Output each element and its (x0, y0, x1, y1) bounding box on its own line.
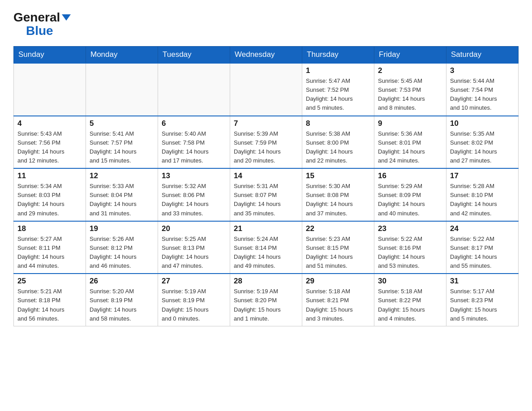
day-number: 24 (450, 224, 515, 233)
day-info: Sunrise: 5:35 AMSunset: 8:02 PMDaylight:… (450, 129, 515, 166)
calendar-header-row: SundayMondayTuesdayWednesdayThursdayFrid… (14, 47, 519, 64)
day-number: 6 (162, 119, 226, 128)
calendar-day-cell: 5Sunrise: 5:41 AMSunset: 7:57 PMDaylight… (86, 116, 158, 169)
calendar-week-row: 11Sunrise: 5:34 AMSunset: 8:03 PMDayligh… (14, 168, 519, 221)
calendar-week-row: 1Sunrise: 5:47 AMSunset: 7:52 PMDaylight… (14, 63, 519, 116)
day-number: 17 (450, 171, 515, 180)
calendar-day-cell: 2Sunrise: 5:45 AMSunset: 7:53 PMDaylight… (374, 63, 446, 116)
day-number: 7 (234, 119, 298, 128)
day-number: 31 (450, 277, 515, 286)
day-info: Sunrise: 5:30 AMSunset: 8:08 PMDaylight:… (306, 182, 370, 218)
calendar-day-cell: 29Sunrise: 5:18 AMSunset: 8:21 PMDayligh… (302, 274, 374, 326)
day-of-week-header: Sunday (14, 47, 86, 64)
day-info: Sunrise: 5:43 AMSunset: 7:56 PMDaylight:… (17, 129, 82, 166)
calendar-day-cell: 12Sunrise: 5:33 AMSunset: 8:04 PMDayligh… (86, 168, 158, 221)
calendar-table: SundayMondayTuesdayWednesdayThursdayFrid… (13, 46, 519, 326)
day-info: Sunrise: 5:28 AMSunset: 8:10 PMDaylight:… (450, 182, 515, 218)
day-of-week-header: Saturday (446, 47, 519, 64)
calendar-day-cell: 15Sunrise: 5:30 AMSunset: 8:08 PMDayligh… (302, 168, 374, 221)
day-number: 4 (17, 119, 82, 128)
day-info: Sunrise: 5:39 AMSunset: 7:59 PMDaylight:… (234, 129, 298, 166)
day-number: 8 (306, 119, 370, 128)
day-number: 13 (162, 171, 226, 180)
calendar-day-cell (158, 63, 230, 116)
day-number: 18 (17, 224, 82, 233)
day-of-week-header: Thursday (302, 47, 374, 64)
logo-general: General (13, 11, 60, 24)
calendar-day-cell: 17Sunrise: 5:28 AMSunset: 8:10 PMDayligh… (446, 168, 519, 221)
day-info: Sunrise: 5:34 AMSunset: 8:03 PMDaylight:… (17, 182, 82, 218)
day-info: Sunrise: 5:47 AMSunset: 7:52 PMDaylight:… (306, 77, 370, 113)
day-info: Sunrise: 5:18 AMSunset: 8:22 PMDaylight:… (378, 287, 442, 323)
day-info: Sunrise: 5:25 AMSunset: 8:13 PMDaylight:… (162, 235, 226, 271)
day-number: 28 (234, 277, 298, 286)
calendar-day-cell: 11Sunrise: 5:34 AMSunset: 8:03 PMDayligh… (14, 168, 86, 221)
day-number: 15 (306, 171, 370, 180)
calendar-day-cell (230, 63, 302, 116)
day-info: Sunrise: 5:18 AMSunset: 8:21 PMDaylight:… (306, 287, 370, 323)
calendar-day-cell (86, 63, 158, 116)
calendar-day-cell (14, 63, 86, 116)
day-number: 23 (378, 224, 442, 233)
calendar-day-cell: 1Sunrise: 5:47 AMSunset: 7:52 PMDaylight… (302, 63, 374, 116)
day-info: Sunrise: 5:27 AMSunset: 8:11 PMDaylight:… (17, 235, 82, 271)
day-of-week-header: Wednesday (230, 47, 302, 64)
calendar-day-cell: 23Sunrise: 5:22 AMSunset: 8:16 PMDayligh… (374, 221, 446, 274)
day-number: 10 (450, 119, 515, 128)
day-info: Sunrise: 5:19 AMSunset: 8:20 PMDaylight:… (234, 287, 298, 323)
day-info: Sunrise: 5:22 AMSunset: 8:16 PMDaylight:… (378, 235, 442, 271)
day-number: 14 (234, 171, 298, 180)
day-info: Sunrise: 5:36 AMSunset: 8:01 PMDaylight:… (378, 129, 442, 166)
calendar-week-row: 4Sunrise: 5:43 AMSunset: 7:56 PMDaylight… (14, 116, 519, 169)
day-info: Sunrise: 5:33 AMSunset: 8:04 PMDaylight:… (90, 182, 154, 218)
day-info: Sunrise: 5:22 AMSunset: 8:17 PMDaylight:… (450, 235, 515, 271)
day-info: Sunrise: 5:41 AMSunset: 7:57 PMDaylight:… (90, 129, 154, 166)
logo: General Blue (13, 9, 71, 38)
logo-arrow-icon (62, 14, 71, 21)
day-info: Sunrise: 5:24 AMSunset: 8:14 PMDaylight:… (234, 235, 298, 271)
calendar-day-cell: 26Sunrise: 5:20 AMSunset: 8:19 PMDayligh… (86, 274, 158, 326)
calendar-day-cell: 28Sunrise: 5:19 AMSunset: 8:20 PMDayligh… (230, 274, 302, 326)
day-number: 27 (162, 277, 226, 286)
calendar-day-cell: 18Sunrise: 5:27 AMSunset: 8:11 PMDayligh… (14, 221, 86, 274)
calendar-day-cell: 31Sunrise: 5:17 AMSunset: 8:23 PMDayligh… (446, 274, 519, 326)
calendar-day-cell: 4Sunrise: 5:43 AMSunset: 7:56 PMDaylight… (14, 116, 86, 169)
day-info: Sunrise: 5:17 AMSunset: 8:23 PMDaylight:… (450, 287, 515, 323)
calendar-day-cell: 7Sunrise: 5:39 AMSunset: 7:59 PMDaylight… (230, 116, 302, 169)
day-number: 3 (450, 66, 515, 75)
day-info: Sunrise: 5:26 AMSunset: 8:12 PMDaylight:… (90, 235, 154, 271)
day-info: Sunrise: 5:23 AMSunset: 8:15 PMDaylight:… (306, 235, 370, 271)
calendar-day-cell: 9Sunrise: 5:36 AMSunset: 8:01 PMDaylight… (374, 116, 446, 169)
day-number: 19 (90, 224, 154, 233)
calendar-day-cell: 25Sunrise: 5:21 AMSunset: 8:18 PMDayligh… (14, 274, 86, 326)
day-number: 2 (378, 66, 442, 75)
calendar-day-cell: 3Sunrise: 5:44 AMSunset: 7:54 PMDaylight… (446, 63, 519, 116)
calendar-week-row: 25Sunrise: 5:21 AMSunset: 8:18 PMDayligh… (14, 274, 519, 326)
day-info: Sunrise: 5:20 AMSunset: 8:19 PMDaylight:… (90, 287, 154, 323)
calendar-week-row: 18Sunrise: 5:27 AMSunset: 8:11 PMDayligh… (14, 221, 519, 274)
calendar-day-cell: 14Sunrise: 5:31 AMSunset: 8:07 PMDayligh… (230, 168, 302, 221)
day-info: Sunrise: 5:45 AMSunset: 7:53 PMDaylight:… (378, 77, 442, 113)
day-number: 20 (162, 224, 226, 233)
day-of-week-header: Monday (86, 47, 158, 64)
day-number: 25 (17, 277, 82, 286)
day-number: 12 (90, 171, 154, 180)
calendar-day-cell: 6Sunrise: 5:40 AMSunset: 7:58 PMDaylight… (158, 116, 230, 169)
logo-blue: Blue (13, 24, 53, 38)
day-number: 5 (90, 119, 154, 128)
calendar-day-cell: 19Sunrise: 5:26 AMSunset: 8:12 PMDayligh… (86, 221, 158, 274)
day-info: Sunrise: 5:44 AMSunset: 7:54 PMDaylight:… (450, 77, 515, 113)
calendar-day-cell: 22Sunrise: 5:23 AMSunset: 8:15 PMDayligh… (302, 221, 374, 274)
day-info: Sunrise: 5:32 AMSunset: 8:06 PMDaylight:… (162, 182, 226, 218)
day-number: 26 (90, 277, 154, 286)
day-number: 29 (306, 277, 370, 286)
day-number: 9 (378, 119, 442, 128)
page-header: General Blue (13, 9, 519, 38)
calendar-day-cell: 8Sunrise: 5:38 AMSunset: 8:00 PMDaylight… (302, 116, 374, 169)
calendar-day-cell: 24Sunrise: 5:22 AMSunset: 8:17 PMDayligh… (446, 221, 519, 274)
day-number: 11 (17, 171, 82, 180)
day-number: 16 (378, 171, 442, 180)
calendar-day-cell: 21Sunrise: 5:24 AMSunset: 8:14 PMDayligh… (230, 221, 302, 274)
day-info: Sunrise: 5:21 AMSunset: 8:18 PMDaylight:… (17, 287, 82, 323)
day-info: Sunrise: 5:19 AMSunset: 8:19 PMDaylight:… (162, 287, 226, 323)
